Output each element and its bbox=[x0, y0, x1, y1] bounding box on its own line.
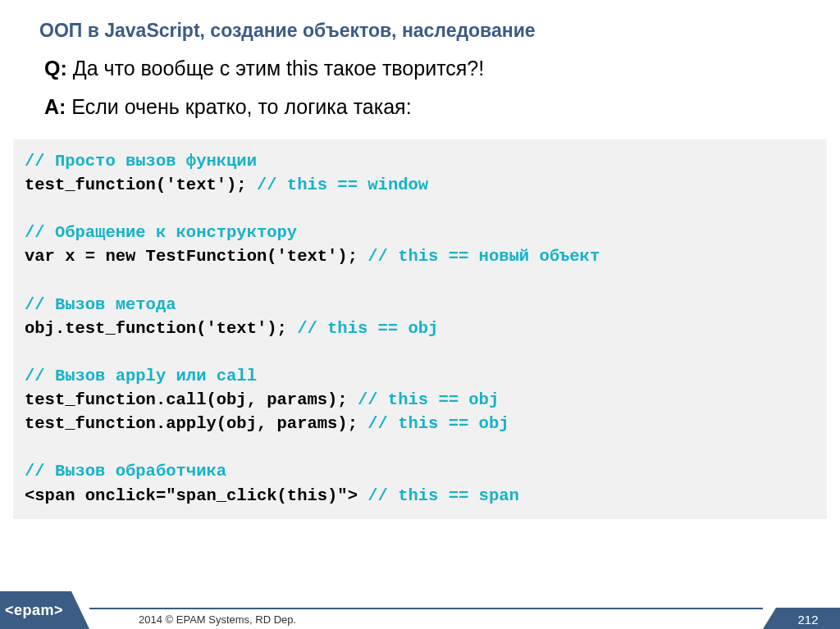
code-comment: // this == новый объект bbox=[368, 247, 600, 266]
code-comment: // this == obj bbox=[358, 390, 499, 409]
code-comment: // this == window bbox=[257, 175, 428, 194]
intro-block: Q: Да что вообще с этим this такое твори… bbox=[0, 42, 840, 131]
page-divider-icon bbox=[763, 608, 776, 629]
code-comment: // this == obj bbox=[297, 319, 438, 338]
code-line: var x = new TestFunction('text'); bbox=[25, 247, 368, 266]
page-number: 212 bbox=[776, 608, 840, 629]
code-comment: // Просто вызов функции bbox=[25, 152, 257, 171]
q-text: Да что вообще с этим this такое творится… bbox=[67, 57, 484, 80]
slide-title: ООП в JavaScript, создание объектов, нас… bbox=[0, 0, 840, 42]
code-line: test_function.apply(obj, params); bbox=[25, 414, 368, 433]
code-line: test_function('text'); bbox=[25, 175, 257, 194]
footer: <epam> 2014 © EPAM Systems, RD Dep. 212 bbox=[0, 591, 840, 629]
code-comment: // Вызов обработчика bbox=[25, 462, 226, 481]
footer-bar: 2014 © EPAM Systems, RD Dep. bbox=[89, 608, 763, 629]
code-line: test_function.call(obj, params); bbox=[25, 390, 358, 409]
answer-line: A: Если очень кратко, то логика такая: bbox=[44, 93, 807, 121]
q-prefix: Q: bbox=[44, 57, 67, 80]
code-line: obj.test_function('text'); bbox=[25, 319, 297, 338]
code-comment: // this == obj bbox=[368, 414, 509, 433]
copyright-text: 2014 © EPAM Systems, RD Dep. bbox=[139, 613, 296, 626]
logo-divider-icon bbox=[71, 591, 89, 629]
code-comment: // Обращение к конструктору bbox=[25, 223, 297, 242]
logo: <epam> bbox=[0, 591, 71, 629]
a-prefix: A: bbox=[44, 95, 66, 118]
logo-text: <epam> bbox=[5, 602, 63, 619]
code-comment: // this == span bbox=[368, 486, 519, 505]
question-line: Q: Да что вообще с этим this такое твори… bbox=[44, 55, 807, 82]
slide: ООП в JavaScript, создание объектов, нас… bbox=[0, 0, 840, 629]
code-line: <span onclick="span_click(this)"> bbox=[25, 486, 368, 505]
a-text: Если очень кратко, то логика такая: bbox=[66, 95, 411, 118]
code-block: // Просто вызов функции test_function('t… bbox=[13, 139, 827, 519]
code-comment: // Вызов метода bbox=[25, 295, 176, 314]
code-comment: // Вызов apply или call bbox=[25, 367, 257, 385]
